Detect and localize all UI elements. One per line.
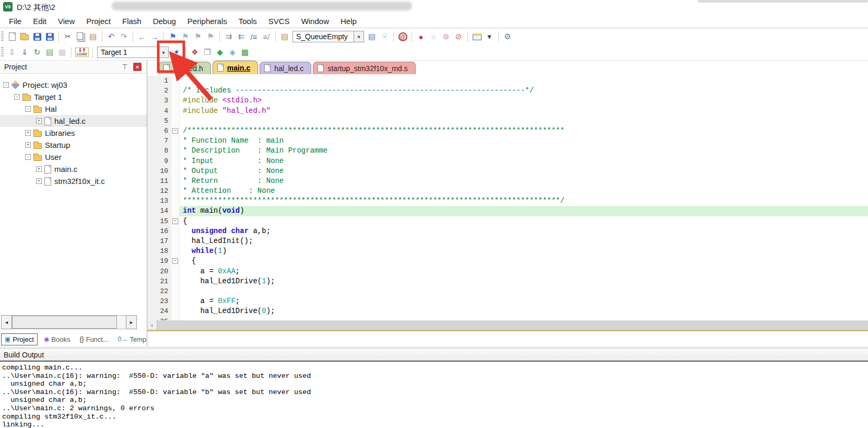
editor-tab-hal-led-h[interactable]: hal_led.h <box>159 62 211 74</box>
scroll-left-chevron-icon[interactable]: ‹ <box>147 320 157 330</box>
stop-build-icon[interactable]: ▦ <box>56 46 68 59</box>
project-panel-hscrollbar[interactable]: ◄ ► <box>1 315 137 329</box>
fold-collapse-icon[interactable]: − <box>172 218 178 224</box>
cut-icon[interactable]: ✂ <box>62 30 74 43</box>
find-in-files-doc-icon[interactable]: ▤ <box>366 30 378 43</box>
tree-item-libraries[interactable]: +Libraries <box>0 127 147 139</box>
menu-svcs[interactable]: SVCS <box>263 15 296 27</box>
tree-expander-icon[interactable]: + <box>25 142 31 148</box>
nav-forward-icon[interactable]: → <box>149 30 160 43</box>
editor-hscrollbar[interactable]: ‹ <box>147 320 868 330</box>
menu-debug[interactable]: Debug <box>147 15 182 27</box>
menu-window[interactable]: Window <box>296 15 335 27</box>
bookmark-prev-icon[interactable]: ⚑ <box>192 30 204 43</box>
tree-item-main-c[interactable]: +main.c <box>0 163 147 175</box>
batch-build-icon[interactable]: ▤ <box>44 46 55 59</box>
indent-right-icon[interactable]: ⇉ <box>223 30 234 43</box>
tree-expander-icon[interactable]: + <box>36 166 42 172</box>
menu-edit[interactable]: Edit <box>27 15 52 27</box>
pack-installer-icon[interactable]: ▩ <box>239 46 251 59</box>
tree-expander-icon[interactable]: + <box>36 178 42 184</box>
tree-item-user[interactable]: -User <box>0 151 147 163</box>
editor-tab-hal-led-c[interactable]: hal_led.c <box>260 62 311 74</box>
menu-file[interactable]: File <box>3 15 27 27</box>
indent-left-icon[interactable]: ⇇ <box>236 30 247 43</box>
menu-project[interactable]: Project <box>80 15 116 27</box>
new-file-icon[interactable] <box>6 30 18 43</box>
menu-flash[interactable]: Flash <box>116 15 147 27</box>
uncomment-icon[interactable]: ≡/ <box>261 30 272 43</box>
editor-tab-main-c[interactable]: main.c <box>213 61 258 74</box>
find-icon[interactable]: @ <box>397 30 408 43</box>
tree-item-project-wj03[interactable]: -Project: wj03 <box>0 79 147 91</box>
configure-wrench-icon[interactable]: ⚙ <box>502 30 513 43</box>
tree-item-hal-led-c[interactable]: +hal_led.c <box>0 115 147 127</box>
rebuild-icon[interactable]: ↻ <box>31 46 43 59</box>
code-editor[interactable]: 12/* Includes --------------------------… <box>147 74 868 320</box>
save-icon[interactable] <box>31 30 43 43</box>
tree-expander-icon[interactable]: + <box>36 118 42 124</box>
select-packs-icon[interactable]: ◈ <box>227 46 238 59</box>
pin-icon[interactable]: ⊤ <box>121 63 129 71</box>
tree-expander-icon[interactable]: - <box>14 94 20 100</box>
tree-expander-icon[interactable]: - <box>25 154 31 160</box>
incremental-find-icon[interactable]: ☟ <box>379 30 390 43</box>
menu-peripherals[interactable]: Peripherals <box>182 15 233 27</box>
search-combo-value[interactable]: S_QueueEmpty <box>292 31 354 42</box>
options-for-target-icon[interactable]: ✶ <box>171 46 182 59</box>
bookmark-clear-icon[interactable]: ⚑ <box>205 30 216 43</box>
chevron-down-icon[interactable]: ▾ <box>159 47 169 58</box>
save-all-icon[interactable] <box>44 30 55 43</box>
menu-tools[interactable]: Tools <box>233 15 263 27</box>
tree-expander-icon[interactable]: - <box>25 106 31 112</box>
breakpoint-toggle-icon[interactable]: ● <box>415 30 427 43</box>
panel-tab-project[interactable]: ▣Project <box>1 333 38 345</box>
panel-tab-funct[interactable]: {}Funct... <box>76 334 111 345</box>
editor-tab-startup-stm32f10x-md-s[interactable]: startup_stm32f10x_md.s <box>313 62 415 74</box>
download-icon[interactable]: ⇓⇑LOAD <box>75 46 89 59</box>
fold-collapse-icon[interactable]: − <box>172 128 178 134</box>
multi-project-icon[interactable]: ❐ <box>202 46 213 59</box>
panel-tab-books[interactable]: ◉Books <box>41 334 74 345</box>
scrollbar-thumb[interactable] <box>12 316 117 329</box>
scroll-right-arrow-icon[interactable]: ► <box>126 315 137 329</box>
fold-collapse-icon[interactable]: − <box>172 258 178 264</box>
chevron-down-icon[interactable]: ▾ <box>354 31 364 42</box>
close-icon[interactable]: × <box>133 63 142 71</box>
layout-dropdown-icon[interactable]: ▾ <box>484 30 495 43</box>
window-layout-icon[interactable] <box>471 30 483 43</box>
bookmark-toggle-icon[interactable]: ⚑ <box>167 30 179 43</box>
tree-expander-icon[interactable]: - <box>3 82 9 88</box>
build-icon[interactable]: ⇓ <box>19 46 30 59</box>
target-combo[interactable]: Target 1▾ <box>97 47 169 58</box>
paste-icon[interactable]: ▤ <box>87 30 99 43</box>
breakpoint-kill-all-icon[interactable]: ⊘ <box>453 30 464 43</box>
tree-item-stm32f10x-it-c[interactable]: +stm32f10x_it.c <box>0 175 147 187</box>
tree-item-hal[interactable]: -Hal <box>0 103 147 115</box>
breakpoint-enable-icon[interactable]: ○ <box>428 30 439 43</box>
redo-icon[interactable]: ↷ <box>118 30 130 43</box>
copy-icon[interactable] <box>75 30 86 43</box>
tree-item-target-1[interactable]: -Target 1 <box>0 91 147 103</box>
nav-back-icon[interactable]: ← <box>136 30 148 43</box>
manage-project-items-icon[interactable]: ❖ <box>189 46 201 59</box>
scrollbar-track[interactable] <box>12 315 126 329</box>
target-combo-value[interactable]: Target 1 <box>97 47 159 58</box>
search-combo[interactable]: S_QueueEmpty▾ <box>292 31 364 42</box>
menu-help[interactable]: Help <box>335 15 362 27</box>
menu-view[interactable]: View <box>52 15 80 27</box>
bookmark-next-icon[interactable]: ⚑ <box>180 30 191 43</box>
find-in-files-book-icon[interactable]: ▤ <box>279 30 290 43</box>
scroll-left-arrow-icon[interactable]: ◄ <box>1 315 12 329</box>
tree-expander-icon[interactable]: + <box>25 130 31 136</box>
runtime-environment-icon[interactable]: ◆ <box>214 46 226 59</box>
toolbar-separator <box>498 31 499 42</box>
translate-icon[interactable]: ⇩ <box>6 46 18 59</box>
code-text: int main(void) <box>180 206 244 216</box>
open-file-icon[interactable] <box>19 30 30 43</box>
tree-item-startup[interactable]: +Startup <box>0 139 147 151</box>
comment-icon[interactable]: /≡ <box>248 30 260 43</box>
undo-icon[interactable]: ↶ <box>105 30 117 43</box>
tree-item-label: User <box>45 153 62 161</box>
breakpoint-disable-all-icon[interactable]: ⊚ <box>440 30 452 43</box>
